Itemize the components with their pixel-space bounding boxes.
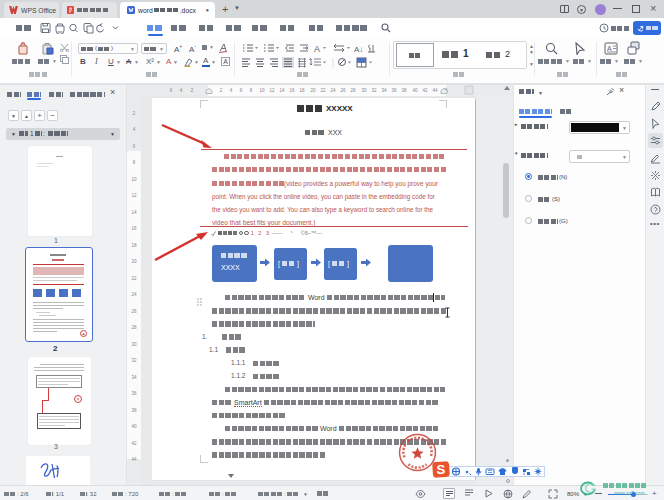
svg-text:42: 42 — [422, 88, 428, 93]
svg-text:20: 20 — [131, 259, 137, 264]
svg-text:26: 26 — [131, 309, 137, 314]
svg-text:14: 14 — [279, 88, 285, 93]
svg-text:34: 34 — [131, 375, 137, 380]
svg-text:2: 2 — [133, 111, 136, 116]
svg-text:30: 30 — [131, 342, 137, 347]
svg-text:30: 30 — [361, 88, 367, 93]
svg-text:6: 6 — [170, 88, 173, 93]
svg-text:28: 28 — [350, 88, 356, 93]
svg-text:A: A — [607, 45, 612, 52]
svg-text:10: 10 — [131, 177, 137, 182]
svg-text:22: 22 — [131, 276, 137, 281]
svg-text:14: 14 — [131, 210, 137, 215]
svg-text:2: 2 — [191, 88, 194, 93]
svg-text:32: 32 — [371, 88, 377, 93]
svg-text:24: 24 — [330, 88, 336, 93]
svg-text:18: 18 — [131, 243, 137, 248]
svg-text:34: 34 — [381, 88, 387, 93]
svg-text:24: 24 — [131, 292, 137, 297]
svg-text:26: 26 — [340, 88, 346, 93]
svg-text:40: 40 — [412, 88, 418, 93]
svg-text:42: 42 — [131, 441, 137, 446]
svg-text:6: 6 — [133, 144, 136, 149]
svg-text:38: 38 — [401, 88, 407, 93]
svg-text:16: 16 — [131, 226, 137, 231]
svg-text:18: 18 — [299, 88, 305, 93]
svg-text:A↓: A↓ — [354, 45, 363, 54]
svg-text:36: 36 — [131, 391, 137, 396]
svg-text:S: S — [437, 462, 446, 477]
svg-text:28: 28 — [131, 325, 137, 330]
svg-text:10: 10 — [259, 88, 265, 93]
svg-text:12: 12 — [131, 193, 137, 198]
svg-text:36: 36 — [391, 88, 397, 93]
svg-text:12: 12 — [269, 88, 275, 93]
svg-text:44: 44 — [432, 88, 438, 93]
svg-text:40: 40 — [131, 424, 137, 429]
svg-text:20: 20 — [310, 88, 316, 93]
svg-text:4: 4 — [180, 88, 183, 93]
svg-text:22: 22 — [320, 88, 326, 93]
svg-text:32: 32 — [131, 358, 137, 363]
svg-text:16: 16 — [289, 88, 295, 93]
svg-text:38: 38 — [131, 408, 137, 413]
svg-text:44: 44 — [131, 457, 137, 462]
svg-text:A: A — [314, 44, 320, 54]
svg-text:4: 4 — [133, 127, 136, 132]
